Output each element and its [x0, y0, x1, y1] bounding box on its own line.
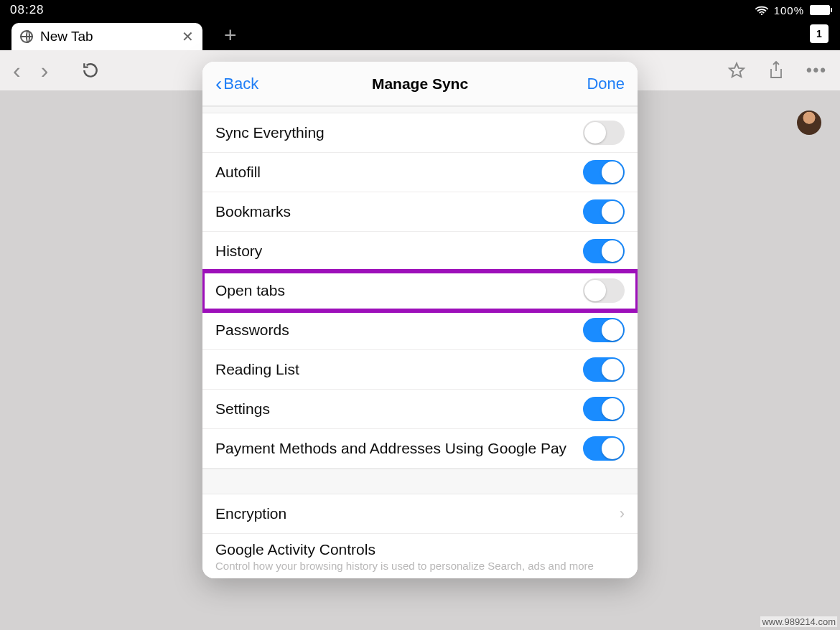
- toggle-sync-everything[interactable]: [583, 121, 625, 145]
- page-content: ‹ Back Manage Sync Done Sync Everything …: [0, 90, 840, 630]
- ios-status-bar: 08:28 100%: [0, 0, 840, 20]
- row-encryption[interactable]: Encryption ›: [202, 494, 638, 534]
- battery-percent: 100%: [774, 4, 804, 17]
- row-google-activity-controls[interactable]: Google Activity Controls Control how you…: [202, 534, 638, 578]
- more-menu-icon[interactable]: •••: [806, 61, 827, 80]
- toggle-history[interactable]: [583, 239, 625, 263]
- toggle-autofill[interactable]: [583, 160, 625, 184]
- tab-switcher-button[interactable]: 1: [810, 24, 829, 43]
- back-button[interactable]: ‹ Back: [215, 74, 258, 94]
- reload-icon[interactable]: [81, 61, 100, 80]
- sheet-header: ‹ Back Manage Sync Done: [202, 62, 638, 106]
- row-label: Sync Everything: [215, 124, 325, 141]
- manage-sync-sheet: ‹ Back Manage Sync Done Sync Everything …: [202, 62, 638, 578]
- close-tab-icon[interactable]: ✕: [182, 28, 194, 45]
- bookmark-star-icon[interactable]: [727, 61, 746, 80]
- profile-avatar[interactable]: [797, 111, 821, 135]
- toggle-passwords[interactable]: [583, 318, 625, 342]
- new-tab-button[interactable]: +: [224, 23, 237, 47]
- row-label: Google Activity Controls: [215, 541, 375, 558]
- battery-icon: [810, 5, 830, 15]
- row-label: Passwords: [215, 321, 289, 339]
- back-label: Back: [223, 75, 258, 93]
- svg-point-0: [760, 14, 762, 15]
- row-label: Settings: [215, 400, 270, 418]
- row-reading-list[interactable]: Reading List: [202, 350, 638, 390]
- row-label: Autofill: [215, 164, 261, 181]
- row-sync-everything[interactable]: Sync Everything: [202, 113, 638, 153]
- browser-tab-active[interactable]: New Tab ✕: [11, 23, 202, 50]
- chevron-right-icon: ›: [620, 504, 625, 523]
- toggle-open-tabs[interactable]: [583, 278, 625, 303]
- row-label: Bookmarks: [215, 203, 291, 220]
- row-passwords[interactable]: Passwords: [202, 311, 638, 350]
- toggle-settings-sync[interactable]: [583, 397, 625, 421]
- row-open-tabs[interactable]: Open tabs: [202, 271, 638, 311]
- toggle-payment-methods[interactable]: [583, 436, 625, 461]
- toggle-bookmarks[interactable]: [583, 199, 625, 224]
- row-label: Reading List: [215, 361, 299, 378]
- globe-icon: [20, 30, 33, 43]
- status-time: 08:28: [10, 3, 45, 17]
- row-bookmarks[interactable]: Bookmarks: [202, 192, 638, 232]
- chevron-left-icon: ‹: [215, 74, 222, 94]
- row-subtitle: Control how your browsing history is use…: [215, 560, 594, 577]
- back-icon[interactable]: ‹: [13, 57, 21, 84]
- share-icon[interactable]: [767, 60, 785, 80]
- toggle-reading-list[interactable]: [583, 357, 625, 382]
- row-settings[interactable]: Settings: [202, 390, 638, 429]
- forward-icon[interactable]: ›: [41, 57, 49, 84]
- sheet-title: Manage Sync: [372, 75, 468, 93]
- row-history[interactable]: History: [202, 232, 638, 271]
- row-autofill[interactable]: Autofill: [202, 153, 638, 192]
- done-button[interactable]: Done: [587, 75, 625, 93]
- tab-title: New Tab: [40, 29, 174, 44]
- row-label: Open tabs: [215, 282, 285, 299]
- status-right: 100%: [755, 4, 830, 17]
- row-payment-methods[interactable]: Payment Methods and Addresses Using Goog…: [202, 429, 638, 469]
- watermark: www.989214.com: [760, 616, 837, 627]
- row-label: Payment Methods and Addresses Using Goog…: [215, 440, 566, 457]
- wifi-icon: [755, 5, 768, 15]
- sheet-body[interactable]: Sync Everything Autofill Bookmarks Histo…: [202, 106, 638, 578]
- row-label: History: [215, 243, 262, 260]
- row-label: Encryption: [215, 505, 286, 522]
- browser-tab-strip: New Tab ✕ + 1: [0, 20, 840, 50]
